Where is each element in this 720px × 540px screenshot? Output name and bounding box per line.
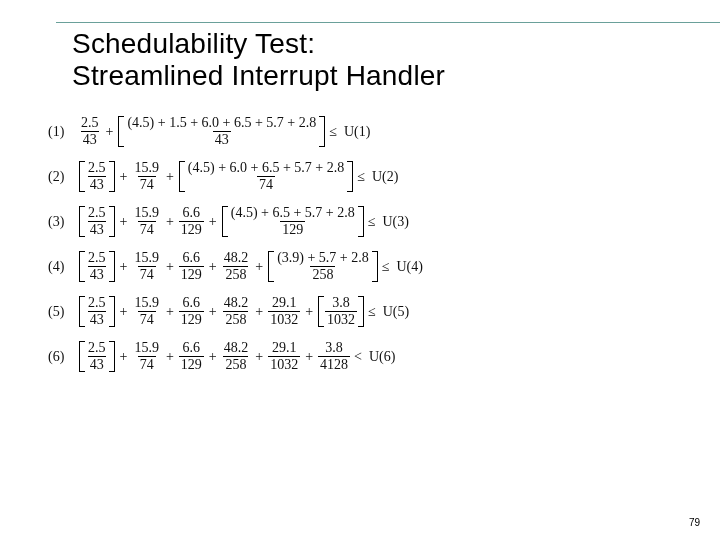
fraction: 29.11032 xyxy=(268,296,300,327)
rhs: U(1) xyxy=(340,124,370,140)
fraction-denominator: 258 xyxy=(223,311,248,327)
fraction: 15.974 xyxy=(132,251,161,282)
fraction-numerator: 15.9 xyxy=(132,251,161,266)
fraction-numerator: 2.5 xyxy=(86,206,108,221)
plus: + xyxy=(116,349,132,365)
ceil-bracket: 2.543 xyxy=(79,251,115,282)
fraction-denominator: 258 xyxy=(223,266,248,282)
lt-symbol: < xyxy=(351,349,365,365)
fraction-denominator: 4128 xyxy=(318,356,350,372)
fraction-numerator: 15.9 xyxy=(132,341,161,356)
fraction-denominator: 74 xyxy=(257,176,275,192)
ceil-bracket: (3.9) + 5.7 + 2.8258 xyxy=(268,251,378,282)
fraction-numerator: 2.5 xyxy=(86,296,108,311)
fraction-denominator: 129 xyxy=(280,221,305,237)
fraction-numerator: 3.8 xyxy=(330,296,352,311)
fraction-denominator: 43 xyxy=(88,266,106,282)
plus: + xyxy=(251,349,267,365)
fraction: 2.543 xyxy=(86,206,108,237)
fraction-numerator: 6.6 xyxy=(181,341,203,356)
fraction-denominator: 1032 xyxy=(268,356,300,372)
ceil-bracket: (4.5) + 6.0 + 6.5 + 5.7 + 2.874 xyxy=(179,161,353,192)
equation-index: (5) xyxy=(48,304,78,320)
le-symbol: ≤ xyxy=(365,304,379,320)
fraction-numerator: 6.6 xyxy=(181,296,203,311)
equation-row: (4)2.543+15.974+6.6129+48.2258+(3.9) + 5… xyxy=(48,251,668,282)
fraction-denominator: 129 xyxy=(179,266,204,282)
fraction-denominator: 43 xyxy=(88,311,106,327)
plus: + xyxy=(301,349,317,365)
fraction-denominator: 74 xyxy=(138,311,156,327)
plus: + xyxy=(162,214,178,230)
fraction-denominator: 129 xyxy=(179,356,204,372)
fraction: 2.543 xyxy=(86,161,108,192)
slide: Schedulability Test: Streamlined Interru… xyxy=(0,0,720,540)
fraction: 6.6129 xyxy=(179,296,204,327)
title-line-2: Streamlined Interrupt Handler xyxy=(72,60,445,91)
fraction-denominator: 74 xyxy=(138,266,156,282)
fraction: 48.2258 xyxy=(222,341,251,372)
le-symbol: ≤ xyxy=(365,214,379,230)
fraction: (4.5) + 6.0 + 6.5 + 5.7 + 2.874 xyxy=(186,161,346,192)
equation-row: (1)2.543+(4.5) + 1.5 + 6.0 + 6.5 + 5.7 +… xyxy=(48,116,668,147)
fraction: 48.2258 xyxy=(222,251,251,282)
plus: + xyxy=(205,259,221,275)
fraction-denominator: 129 xyxy=(179,311,204,327)
fraction-denominator: 43 xyxy=(81,131,99,147)
ceil-bracket: (4.5) + 6.5 + 5.7 + 2.8129 xyxy=(222,206,364,237)
fraction: 15.974 xyxy=(132,296,161,327)
equation-index: (2) xyxy=(48,169,78,185)
fraction: 2.543 xyxy=(86,251,108,282)
ceil-bracket: (4.5) + 1.5 + 6.0 + 6.5 + 5.7 + 2.843 xyxy=(118,116,325,147)
fraction-denominator: 43 xyxy=(88,356,106,372)
fraction-numerator: (3.9) + 5.7 + 2.8 xyxy=(275,251,371,266)
fraction-denominator: 1032 xyxy=(268,311,300,327)
plus: + xyxy=(205,349,221,365)
fraction: 6.6129 xyxy=(179,206,204,237)
plus: + xyxy=(116,259,132,275)
fraction: (4.5) + 6.5 + 5.7 + 2.8129 xyxy=(229,206,357,237)
plus: + xyxy=(301,304,317,320)
equation-index: (3) xyxy=(48,214,78,230)
fraction-numerator: (4.5) + 6.5 + 5.7 + 2.8 xyxy=(229,206,357,221)
plus: + xyxy=(162,259,178,275)
equation-row: (6)2.543+15.974+6.6129+48.2258+29.11032+… xyxy=(48,341,668,372)
fraction: (4.5) + 1.5 + 6.0 + 6.5 + 5.7 + 2.843 xyxy=(125,116,318,147)
plus: + xyxy=(162,349,178,365)
fraction: 48.2258 xyxy=(222,296,251,327)
fraction: 2.543 xyxy=(86,296,108,327)
plus: + xyxy=(251,259,267,275)
plus: + xyxy=(162,304,178,320)
fraction-denominator: 74 xyxy=(138,356,156,372)
rhs: U(2) xyxy=(368,169,398,185)
equation-row: (2)2.543+15.974+(4.5) + 6.0 + 6.5 + 5.7 … xyxy=(48,161,668,192)
plus: + xyxy=(205,214,221,230)
fraction: 15.974 xyxy=(132,206,161,237)
ceil-bracket: 2.543 xyxy=(79,296,115,327)
fraction-numerator: 2.5 xyxy=(79,116,101,131)
slide-title: Schedulability Test: Streamlined Interru… xyxy=(72,28,445,92)
ceil-bracket: 2.543 xyxy=(79,341,115,372)
fraction-numerator: (4.5) + 6.0 + 6.5 + 5.7 + 2.8 xyxy=(186,161,346,176)
ceil-bracket: 3.81032 xyxy=(318,296,364,327)
le-symbol: ≤ xyxy=(354,169,368,185)
le-symbol: ≤ xyxy=(326,124,340,140)
title-rule xyxy=(56,22,720,23)
equation-index: (1) xyxy=(48,124,78,140)
fraction-denominator: 43 xyxy=(88,176,106,192)
equations: (1)2.543+(4.5) + 1.5 + 6.0 + 6.5 + 5.7 +… xyxy=(48,116,668,386)
fraction-denominator: 258 xyxy=(310,266,335,282)
fraction-denominator: 1032 xyxy=(325,311,357,327)
plus: + xyxy=(162,169,178,185)
fraction-numerator: 6.6 xyxy=(181,206,203,221)
fraction: 3.84128 xyxy=(318,341,350,372)
fraction-numerator: 15.9 xyxy=(132,206,161,221)
fraction: (3.9) + 5.7 + 2.8258 xyxy=(275,251,371,282)
fraction-numerator: 48.2 xyxy=(222,251,251,266)
title-line-1: Schedulability Test: xyxy=(72,28,315,59)
fraction-denominator: 74 xyxy=(138,176,156,192)
ceil-bracket: 2.543 xyxy=(79,161,115,192)
fraction-numerator: (4.5) + 1.5 + 6.0 + 6.5 + 5.7 + 2.8 xyxy=(125,116,318,131)
rhs: U(3) xyxy=(378,214,408,230)
equation-row: (5)2.543+15.974+6.6129+48.2258+29.11032+… xyxy=(48,296,668,327)
